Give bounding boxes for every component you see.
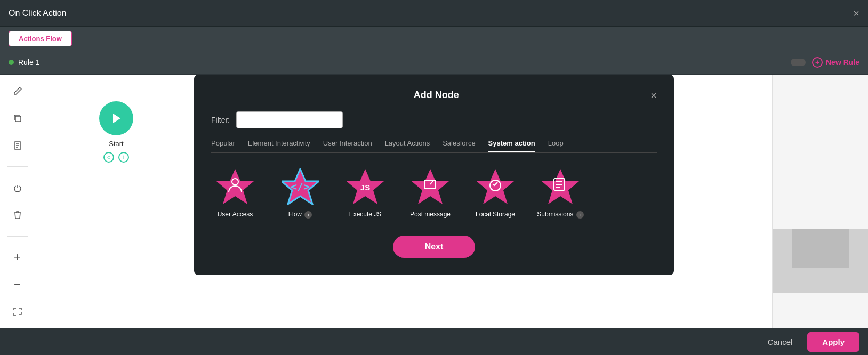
power-icon[interactable] bbox=[9, 180, 26, 196]
tab-system-action[interactable]: System action bbox=[488, 139, 535, 152]
rule-label: Rule 1 bbox=[9, 58, 39, 67]
node-execute-js[interactable]: JS Execute JS bbox=[341, 168, 389, 218]
next-button-wrapper: Next bbox=[211, 236, 657, 258]
sidebar-divider-2 bbox=[7, 236, 28, 237]
submissions-info-dot: i bbox=[576, 211, 584, 219]
post-message-icon bbox=[412, 168, 449, 205]
plus-icon: + bbox=[812, 57, 823, 68]
flow-info-dot: i bbox=[304, 211, 312, 219]
document-icon[interactable] bbox=[9, 138, 26, 154]
svg-marker-5 bbox=[113, 114, 120, 123]
submissions-label: Submissions i bbox=[537, 211, 583, 219]
mini-preview-inner bbox=[792, 229, 849, 268]
node-submissions[interactable]: Submissions i bbox=[536, 168, 584, 219]
filter-row: Filter: bbox=[211, 111, 657, 128]
filter-input[interactable] bbox=[236, 111, 343, 128]
start-node: Start ○ + bbox=[99, 101, 133, 163]
tab-element-interactivity[interactable]: Element Interactivity bbox=[248, 139, 310, 152]
node-user-access[interactable]: User Access bbox=[211, 168, 259, 218]
flow-label: Flow i bbox=[288, 211, 312, 219]
edit-icon[interactable] bbox=[9, 83, 26, 100]
svg-marker-13 bbox=[477, 169, 514, 204]
start-action-circle[interactable]: ○ bbox=[103, 152, 114, 163]
top-bar: On Click Action × bbox=[0, 0, 868, 27]
svg-text:</>: </> bbox=[291, 180, 310, 193]
fit-icon[interactable] bbox=[9, 303, 26, 320]
zoom-out-icon[interactable]: − bbox=[9, 277, 26, 293]
tab-layout-actions[interactable]: Layout Actions bbox=[385, 139, 430, 152]
node-tabs: Popular Element Interactivity User Inter… bbox=[211, 139, 657, 153]
rule-name: Rule 1 bbox=[18, 58, 39, 67]
mini-preview bbox=[773, 229, 868, 293]
user-access-icon bbox=[216, 168, 254, 205]
new-rule-button[interactable]: + New Rule bbox=[812, 57, 859, 68]
tab-user-interaction[interactable]: User Interaction bbox=[323, 139, 372, 152]
execute-js-label: Execute JS bbox=[349, 211, 382, 218]
modal-title: Add Node bbox=[222, 90, 650, 101]
next-button[interactable]: Next bbox=[393, 236, 476, 258]
start-label: Start bbox=[109, 140, 123, 148]
top-close-button[interactable]: × bbox=[853, 8, 859, 19]
node-post-message[interactable]: Post message bbox=[406, 168, 454, 218]
tab-loop[interactable]: Loop bbox=[548, 139, 564, 152]
rule-bar: Rule 1 + New Rule bbox=[0, 51, 868, 75]
submissions-icon bbox=[542, 168, 579, 205]
start-actions: ○ + bbox=[103, 152, 129, 163]
right-panel bbox=[772, 75, 868, 328]
start-button[interactable] bbox=[99, 101, 133, 135]
left-sidebar: + − bbox=[0, 75, 35, 328]
execute-js-icon: JS bbox=[347, 168, 384, 205]
user-access-label: User Access bbox=[218, 211, 253, 218]
start-add-button[interactable]: + bbox=[118, 152, 129, 163]
flow-icon: </> bbox=[282, 168, 319, 205]
add-node-modal: Add Node × Filter: Popular Element Inter… bbox=[194, 75, 674, 275]
cancel-button[interactable]: Cancel bbox=[759, 333, 801, 351]
tab-actions-flow[interactable]: Actions Flow bbox=[9, 31, 72, 46]
local-storage-label: Local Storage bbox=[476, 211, 515, 218]
post-message-label: Post message bbox=[410, 211, 451, 218]
tab-bar: Actions Flow bbox=[0, 27, 868, 51]
svg-marker-12 bbox=[412, 169, 449, 204]
copy-icon[interactable] bbox=[9, 110, 26, 127]
modal-close-button[interactable]: × bbox=[650, 90, 657, 101]
svg-text:JS: JS bbox=[360, 183, 370, 192]
modal-title-bar: Add Node × bbox=[211, 90, 657, 101]
sidebar-divider bbox=[7, 166, 28, 167]
zoom-in-icon[interactable]: + bbox=[9, 249, 26, 266]
node-flow[interactable]: </> Flow i bbox=[276, 168, 324, 219]
dialog-title: On Click Action bbox=[9, 9, 66, 18]
rule-status-dot bbox=[9, 60, 14, 65]
local-storage-icon bbox=[477, 168, 514, 205]
filter-label: Filter: bbox=[211, 116, 230, 124]
node-grid: User Access </> Flow i JS bbox=[211, 168, 657, 219]
svg-rect-0 bbox=[15, 116, 21, 122]
rule-toggle[interactable] bbox=[791, 59, 806, 66]
bottom-bar: Cancel Apply bbox=[0, 328, 868, 355]
node-local-storage[interactable]: Local Storage bbox=[471, 168, 519, 218]
tab-salesforce[interactable]: Salesforce bbox=[443, 139, 475, 152]
apply-button[interactable]: Apply bbox=[807, 332, 859, 352]
tab-popular[interactable]: Popular bbox=[211, 139, 235, 152]
trash-icon[interactable] bbox=[9, 207, 26, 223]
new-rule-label: New Rule bbox=[826, 58, 859, 67]
